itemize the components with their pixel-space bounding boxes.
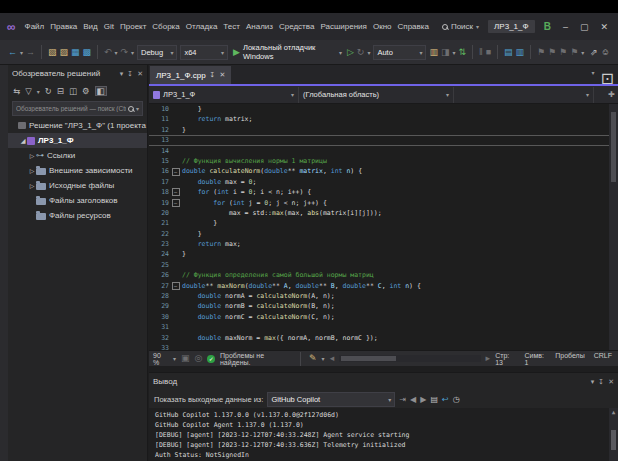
code-line-23[interactable]: 23 return max; <box>149 239 618 249</box>
undo-icon[interactable]: ↶ <box>104 48 112 57</box>
scope-dropdown[interactable]: (Глобальная область) ▾ <box>299 87 454 103</box>
menu-item-правка[interactable]: Правка <box>47 19 80 34</box>
collapsed-arrow-icon[interactable]: ▷ <box>28 167 36 174</box>
jump-to-message-icon[interactable]: ⇥ <box>399 395 406 404</box>
code-line-11[interactable]: 11 return matrix; <box>149 114 618 124</box>
code-line-22[interactable]: 22 } <box>149 229 618 239</box>
code-line-27[interactable]: 27–double** maxNorm(double** A, double**… <box>149 281 618 291</box>
output-source-dropdown[interactable]: GitHub Copilot ▾ <box>267 392 395 407</box>
open-folder-icon[interactable]: ▨ <box>59 48 68 57</box>
save-all-icon[interactable]: ▩ <box>82 48 91 57</box>
watch-mode-dropdown[interactable]: Auto▾ <box>373 45 426 60</box>
sync-arrows-icon[interactable]: ⇅ <box>459 48 467 57</box>
show-all-files-icon[interactable]: ◫ <box>69 87 77 96</box>
horizontal-scrollbar[interactable] <box>339 355 480 362</box>
code-line-31[interactable]: 31 <box>149 322 618 332</box>
close-panel-icon[interactable]: ✕ <box>608 378 614 386</box>
pin-icon[interactable]: ↧ <box>598 378 604 386</box>
share-icon[interactable]: ⇗ <box>590 48 598 57</box>
collapse-all-icon[interactable]: ⊟ <box>57 87 64 96</box>
close-tab-icon[interactable]: ✕ <box>219 71 225 79</box>
code-line-25[interactable]: 25 <box>149 260 618 270</box>
fold-toggle-icon[interactable]: – <box>172 282 180 290</box>
properties-icon[interactable]: ⚙ <box>82 87 90 96</box>
save-icon[interactable]: ▦ <box>71 48 80 57</box>
collapsed-arrow-icon[interactable]: ▷ <box>28 182 36 189</box>
menu-item-проект[interactable]: Проект <box>117 19 149 34</box>
next-message-icon[interactable]: ▶ <box>420 395 426 404</box>
expanded-arrow-icon[interactable]: ◢ <box>19 137 27 144</box>
switch-views-icon[interactable]: ⇆ <box>13 87 20 96</box>
solution-search-input[interactable]: Обозреватель решений — поиск (Ctrl+ж) ▾ <box>12 101 143 116</box>
project-dropdown[interactable]: ЛР3_1_Ф ▾ <box>149 87 299 103</box>
marker-icon[interactable]: ◎ <box>195 354 203 363</box>
filter-icon[interactable]: ▽ <box>25 87 32 96</box>
doc-list-icon[interactable]: ▥ <box>516 48 525 57</box>
tree-item[interactable]: ▷Внешние зависимости <box>8 163 147 178</box>
output-log[interactable]: GitHub Copilot 1.137.0.0 (v1.137.0.0@2f1… <box>149 408 618 461</box>
menu-item-анализ[interactable]: Анализ <box>243 19 276 34</box>
undo-caret-icon[interactable]: ▾ <box>114 49 117 56</box>
tree-item[interactable]: Файлы заголовков <box>8 193 147 208</box>
tree-item[interactable]: Решение "ЛР3_1_Ф" (1 проекта из 1) <box>8 118 147 133</box>
tab-lr3-1-f-cpp[interactable]: ЛР3_1_Ф.cpp ↧ ✕ <box>150 66 231 84</box>
menu-item-тест[interactable]: Тест <box>220 19 243 34</box>
pin-icon[interactable]: ↧ <box>127 70 133 78</box>
prev-message-icon[interactable]: ◀ <box>410 395 416 404</box>
scroll-left-icon[interactable]: ◂ <box>330 354 335 363</box>
break-all-icon[interactable]: ‖ <box>479 48 483 57</box>
word-wrap-icon[interactable]: ↩ <box>442 395 449 404</box>
navigate-back-caret-icon[interactable]: ▾ <box>20 49 23 56</box>
code-editor[interactable]: 10 }11 return matrix;12}131415// Функция… <box>149 104 618 350</box>
menu-item-средства[interactable]: Средства <box>276 19 317 34</box>
code-line-32[interactable]: 32 double maxNorm = max({ normA, normB, … <box>149 333 618 343</box>
pin-tab-icon[interactable]: ↧ <box>210 71 216 79</box>
code-line-12[interactable]: 12} <box>149 125 618 135</box>
status-line-endings[interactable]: CRLF <box>594 352 612 366</box>
send-feedback-icon[interactable]: ☺ <box>601 48 610 57</box>
account-badge[interactable]: B <box>544 21 551 32</box>
tree-item[interactable]: ◢ЛР3_1_Ф <box>8 133 147 148</box>
new-project-icon[interactable]: ▧ <box>48 48 57 57</box>
code-line-14[interactable]: 14 <box>149 146 618 156</box>
close-panel-icon[interactable]: ✕ <box>137 70 143 78</box>
code-line-16[interactable]: 16–double calculateNorm(double** matrix,… <box>149 166 618 176</box>
menu-item-справка[interactable]: Справка <box>395 19 432 34</box>
configuration-dropdown[interactable]: Debug▾ <box>137 45 177 60</box>
menu-item-расширения[interactable]: Расширения <box>317 19 370 34</box>
clear-bookmarks-icon[interactable]: ⚑ <box>570 48 578 57</box>
redo-caret-icon[interactable]: ▾ <box>131 49 134 56</box>
minimize-button[interactable]: – <box>563 22 568 32</box>
code-line-10[interactable]: 10 } <box>149 104 618 114</box>
preview-selected-icon[interactable]: ◧ <box>95 86 107 97</box>
toggle-bookmark-icon[interactable]: ⚑ <box>537 48 545 57</box>
redo-icon[interactable]: ↷ <box>120 48 128 57</box>
status-spaces[interactable]: Пробелы <box>555 352 585 366</box>
code-line-26[interactable]: 26// Функция определения самой большой н… <box>149 270 618 280</box>
solution-name-chip[interactable]: ЛР3_1_Ф <box>488 20 534 33</box>
clock-icon[interactable]: ◷ <box>453 395 460 404</box>
doc-compare-icon[interactable]: ▤ <box>504 48 513 57</box>
code-line-13[interactable]: 13 <box>149 135 618 145</box>
platform-dropdown[interactable]: x64▾ <box>180 45 228 60</box>
code-line-20[interactable]: 20 max = std::max(max, abs(matrix[i][j])… <box>149 208 618 218</box>
menu-item-вид[interactable]: Вид <box>80 19 100 34</box>
code-line-17[interactable]: 17 double max = 0; <box>149 177 618 187</box>
navigate-forward-icon[interactable]: → <box>26 48 35 57</box>
zoom-level-dropdown[interactable]: 90 % <box>153 352 168 366</box>
tree-item[interactable]: ▷⊶Ссылки <box>8 148 147 163</box>
collapsed-arrow-icon[interactable]: ▷ <box>28 152 36 159</box>
menu-item-файл[interactable]: Файл <box>22 19 48 34</box>
scroll-right-icon[interactable]: ▸ <box>486 354 491 363</box>
output-scrollbar[interactable]: ▲ <box>609 408 618 461</box>
close-button[interactable]: ✕ <box>600 22 608 32</box>
diagnostics-icon[interactable]: ▥ <box>429 48 438 57</box>
code-line-30[interactable]: 30 double normC = calculateNorm(C, n); <box>149 312 618 322</box>
search-box[interactable]: Поиск ▾ <box>442 22 479 31</box>
panel-menu-icon[interactable]: ▾ <box>591 378 595 386</box>
member-dropdown[interactable]: ▾ <box>454 87 594 103</box>
fold-toggle-icon[interactable]: – <box>172 188 180 196</box>
prev-bookmark-icon[interactable]: ⚑ <box>548 48 556 57</box>
code-line-29[interactable]: 29 double normB = calculateNorm(B, n); <box>149 301 618 311</box>
stop-debugging-icon[interactable]: ■ <box>486 48 491 57</box>
